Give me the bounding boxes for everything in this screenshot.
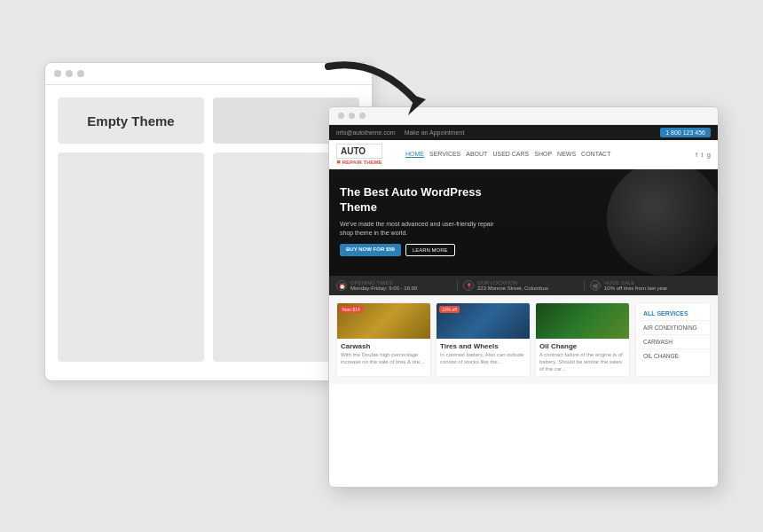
service-card-oil: Oil Change A contract failure of the eng… [535, 302, 630, 377]
service-cards-list: from $14 Carwash With the Double high pe… [336, 302, 630, 377]
location-value: 223 Monroe Street, Columbus [477, 286, 548, 291]
facebook-icon[interactable]: f [696, 151, 697, 159]
opening-times: ⏰ OPENING TIMES Monday-Friday: 9:00 - 16… [336, 280, 458, 291]
social-icons: f t g [696, 151, 711, 159]
gplus-icon[interactable]: g [707, 151, 711, 159]
logo-subtitle: ✖ REPAIR THEME [336, 159, 382, 165]
location-info: 📍 OUR LOCATION 223 Monroe Street, Columb… [463, 280, 585, 291]
auto-theme-content: info@autotheme.com Make an Appointment 1… [329, 125, 718, 481]
services-section: from $14 Carwash With the Double high pe… [329, 295, 718, 384]
tires-badge: 10% off [439, 306, 460, 313]
sale-value: 10% off tires from last year [604, 286, 667, 291]
hero-subtitle: We've made the most advanced and user-fr… [340, 220, 499, 238]
browser-dot-1 [54, 70, 61, 77]
tires-title: Tires and Wheels [440, 342, 526, 350]
sidebar-oil-change[interactable]: OIL CHANGE [636, 349, 710, 363]
nav-news[interactable]: NEWS [557, 151, 576, 158]
nav-used-cars[interactable]: USED CARS [492, 151, 529, 158]
hero-tire-graphic [607, 169, 718, 276]
carwash-info: Carwash With the Double high percentage … [337, 339, 430, 370]
logo-text: AUTO [336, 144, 382, 159]
transformation-arrow [319, 53, 435, 133]
tires-info: Tires and Wheels In contrast battery, Al… [437, 339, 530, 370]
clock-icon: ⏰ [336, 280, 347, 291]
sidebar-air-conditioning[interactable]: AIR CONDITIONING [636, 321, 710, 335]
browser-dot-2 [66, 70, 73, 77]
hero-section: The Best Auto WordPress Theme We've made… [329, 169, 718, 276]
service-card-tires: 10% off Tires and Wheels In contrast bat… [436, 302, 531, 377]
location-icon: 📍 [463, 280, 474, 291]
buy-now-button[interactable]: BUY NOW FOR $59 [340, 244, 401, 256]
carwash-title: Carwash [341, 342, 427, 350]
nav-links: HOME SERVICES ABOUT USED CARS SHOP NEWS … [405, 151, 688, 158]
oil-image [536, 303, 629, 339]
logo: AUTO ✖ REPAIR THEME [336, 144, 398, 165]
nav-services[interactable]: SERVICES [429, 151, 460, 158]
sidebar-carwash[interactable]: CARWASH [636, 335, 710, 349]
service-card-carwash: from $14 Carwash With the Double high pe… [336, 302, 431, 377]
oil-info: Oil Change A contract failure of the eng… [536, 339, 629, 376]
twitter-icon[interactable]: t [701, 151, 703, 159]
tires-desc: In contrast battery, Also can include co… [440, 352, 526, 366]
carwash-badge: from $14 [340, 306, 363, 313]
nav-shop[interactable]: SHOP [534, 151, 552, 158]
hero-title: The Best Auto WordPress Theme [340, 185, 499, 215]
services-sidebar: ALL SERVICES AIR CONDITIONING CARWASH OI… [635, 302, 711, 377]
nav-about[interactable]: ABOUT [466, 151, 487, 158]
info-strip: ⏰ OPENING TIMES Monday-Friday: 9:00 - 16… [329, 276, 718, 295]
opening-value: Monday-Friday: 9:00 - 16:00 [350, 286, 417, 291]
main-scene: Empty Theme info@autotheme.com Make an A… [44, 35, 719, 497]
browser-dot-3 [77, 70, 84, 77]
learn-more-button[interactable]: LEARN MORE [405, 244, 455, 256]
tires-image: 10% off [437, 303, 530, 339]
empty-main-content [58, 153, 204, 362]
main-navigation: AUTO ✖ REPAIR THEME HOME SERVICES ABOUT … [329, 140, 718, 169]
sale-info: 🛒 HUGE SALE 10% off tires from last year [590, 280, 711, 291]
sale-icon: 🛒 [590, 280, 601, 291]
oil-desc: A contract failure of the engine is of b… [539, 352, 625, 372]
oil-title: Oil Change [539, 342, 625, 350]
phone-button[interactable]: 1 800 123 456 [660, 128, 711, 137]
sidebar-all-services[interactable]: ALL SERVICES [636, 307, 710, 321]
empty-theme-label: Empty Theme [58, 98, 204, 144]
carwash-image: from $14 [337, 303, 430, 339]
carwash-desc: With the Double high percentage increase… [341, 352, 427, 366]
nav-home[interactable]: HOME [405, 151, 424, 158]
result-theme-browser: info@autotheme.com Make an Appointment 1… [328, 106, 719, 488]
nav-contact[interactable]: CONTACT [581, 151, 610, 158]
